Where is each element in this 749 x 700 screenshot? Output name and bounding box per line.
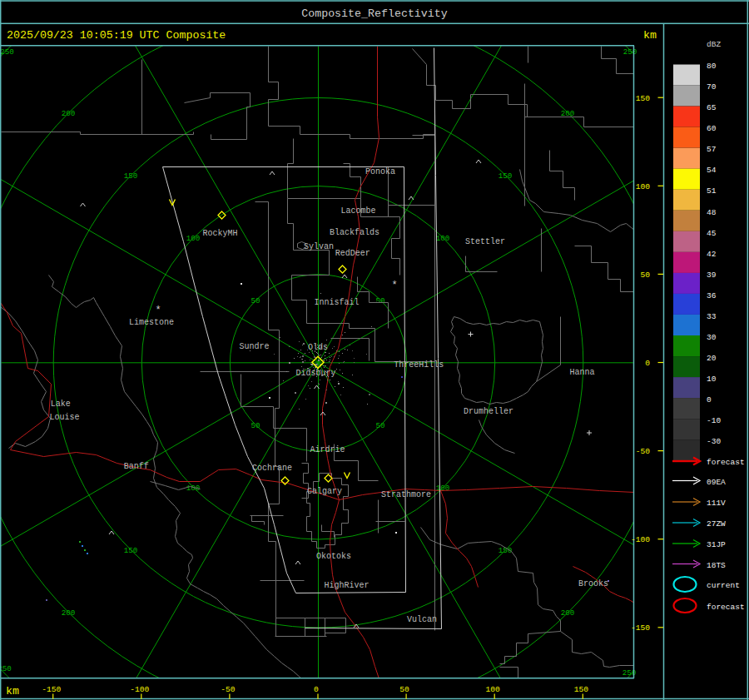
svg-text:31JP: 31JP [707,540,726,549]
svg-text:Okotoks: Okotoks [316,552,351,561]
svg-text:27ZW: 27ZW [707,519,726,529]
svg-text:50: 50 [250,296,260,305]
svg-text:ThreeHills: ThreeHills [394,360,444,370]
svg-text:36: 36 [707,291,717,300]
svg-text:Drumheller: Drumheller [464,407,513,416]
svg-text:-10: -10 [707,416,721,425]
svg-text:150: 150 [124,546,138,555]
svg-text:33: 33 [707,312,717,321]
svg-text:*: * [391,280,397,291]
svg-text:30: 30 [707,333,717,342]
svg-text:50: 50 [399,685,409,694]
svg-text:200: 200 [62,608,76,618]
svg-text:150: 150 [574,685,589,694]
svg-text:Innisfail: Innisfail [315,298,360,307]
svg-text:50: 50 [375,296,384,305]
svg-text:111V: 111V [707,499,726,508]
svg-text:km: km [643,29,657,42]
svg-text:2025/09/23 10:05:19 UTC Compos: 2025/09/23 10:05:19 UTC Composite [7,29,226,42]
svg-text:18TS: 18TS [707,561,726,570]
svg-text:0: 0 [314,685,319,694]
svg-text:current: current [707,581,740,590]
svg-text:-30: -30 [707,437,721,446]
svg-text:80: 80 [707,62,717,71]
svg-text:RockyMH: RockyMH [203,229,238,238]
svg-text:50: 50 [640,271,650,280]
svg-text:42: 42 [707,250,717,259]
svg-text:-50: -50 [221,685,236,694]
svg-text:Lacombe: Lacombe [341,206,376,216]
svg-text:250: 250 [0,47,14,57]
svg-text:Airdrie: Airdrie [310,445,345,454]
svg-text:Vulcan: Vulcan [407,615,437,624]
svg-text:250: 250 [623,47,637,57]
svg-text:100: 100 [636,182,651,191]
svg-text:70: 70 [707,82,717,92]
svg-text:50: 50 [250,421,260,430]
svg-text:*: * [155,305,161,316]
svg-text:65: 65 [707,103,717,112]
svg-text:Cochrane: Cochrane [252,464,292,473]
svg-text:200: 200 [62,109,76,118]
svg-text:Strathmore: Strathmore [381,490,431,499]
svg-text:57: 57 [707,145,716,154]
svg-text:Ponoka: Ponoka [365,167,395,176]
svg-text:RedDeer: RedDeer [335,249,370,258]
svg-text:Stettler: Stettler [465,237,505,246]
svg-text:Banff: Banff [124,462,149,471]
svg-text:dBZ: dBZ [707,40,721,49]
svg-text:Calgary: Calgary [307,487,342,496]
svg-text:Lake: Lake [51,400,71,409]
svg-text:48: 48 [707,208,717,217]
svg-text:200: 200 [561,608,575,618]
svg-text:-150: -150 [42,685,61,694]
svg-text:100: 100 [436,234,450,243]
svg-text:-150: -150 [631,623,650,633]
svg-text:150: 150 [636,94,651,103]
svg-text:Didsbury: Didsbury [296,369,336,378]
svg-text:100: 100 [486,685,501,694]
svg-text:HighRiver: HighRiver [325,581,370,590]
svg-text:54: 54 [707,166,717,175]
svg-text:Blackfalds: Blackfalds [330,228,379,237]
svg-text:10: 10 [707,375,717,384]
svg-text:-100: -100 [631,535,650,544]
svg-text:45: 45 [707,229,717,238]
svg-text:-50: -50 [636,447,651,456]
svg-text:forecast: forecast [707,458,745,467]
svg-text:Louise: Louise [50,413,80,422]
svg-text:39: 39 [707,271,717,280]
svg-text:100: 100 [436,484,450,493]
svg-text:Hanna: Hanna [570,368,595,377]
svg-text:09EA: 09EA [707,478,726,487]
svg-text:250: 250 [0,664,12,673]
svg-text:150: 150 [124,171,138,181]
svg-text:0: 0 [707,395,712,405]
svg-text:51: 51 [707,186,717,196]
svg-text:-100: -100 [130,685,149,694]
svg-text:Sylvan: Sylvan [304,242,334,251]
svg-text:Olds: Olds [308,343,328,352]
svg-text:Composite_Reflectivity: Composite_Reflectivity [301,7,448,20]
svg-text:Limestone: Limestone [129,318,174,327]
svg-text:Sundre: Sundre [240,342,270,351]
svg-text:100: 100 [186,234,201,243]
svg-text:20: 20 [707,354,717,363]
svg-text:forecast: forecast [707,603,745,612]
svg-text:50: 50 [375,421,384,430]
svg-text:Brooks: Brooks [578,579,608,588]
svg-text:km: km [6,685,19,698]
svg-text:150: 150 [499,171,513,181]
svg-text:0: 0 [645,359,650,368]
svg-text:60: 60 [707,124,717,133]
